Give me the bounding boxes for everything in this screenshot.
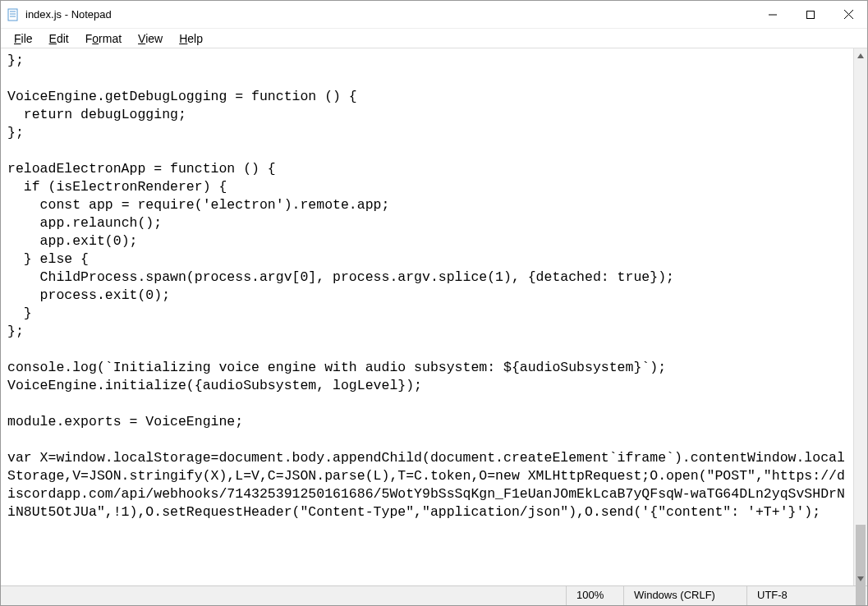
svg-marker-8 <box>857 53 864 58</box>
menu-edit[interactable]: Edit <box>41 30 77 47</box>
menu-help[interactable]: Help <box>171 30 211 47</box>
status-zoom: 100% <box>567 586 624 605</box>
status-spacer <box>1 586 567 605</box>
title-bar: index.js - Notepad <box>1 1 867 29</box>
minimize-button[interactable] <box>754 1 792 28</box>
vertical-scrollbar[interactable] <box>853 48 867 585</box>
menu-file[interactable]: File <box>6 30 41 47</box>
text-editor[interactable]: }; VoiceEngine.getDebugLogging = functio… <box>1 48 853 585</box>
window-title: index.js - Notepad <box>25 8 754 21</box>
status-bar: 100% Windows (CRLF) UTF-8 <box>1 585 867 605</box>
svg-rect-0 <box>8 9 17 21</box>
scroll-down-arrow[interactable] <box>854 572 867 585</box>
status-line-ending: Windows (CRLF) <box>624 586 747 605</box>
notepad-icon <box>6 7 21 22</box>
scroll-up-arrow[interactable] <box>854 48 867 62</box>
editor-area: }; VoiceEngine.getDebugLogging = functio… <box>1 48 867 585</box>
menu-bar: File Edit Format View Help <box>1 29 867 48</box>
scroll-thumb[interactable] <box>856 525 866 606</box>
menu-view[interactable]: View <box>130 30 171 47</box>
close-button[interactable] <box>829 1 867 28</box>
svg-rect-5 <box>807 11 815 18</box>
menu-format[interactable]: Format <box>77 30 130 47</box>
maximize-button[interactable] <box>792 1 829 28</box>
svg-marker-9 <box>857 576 864 581</box>
status-encoding: UTF-8 <box>747 586 854 605</box>
window-controls <box>754 1 867 28</box>
